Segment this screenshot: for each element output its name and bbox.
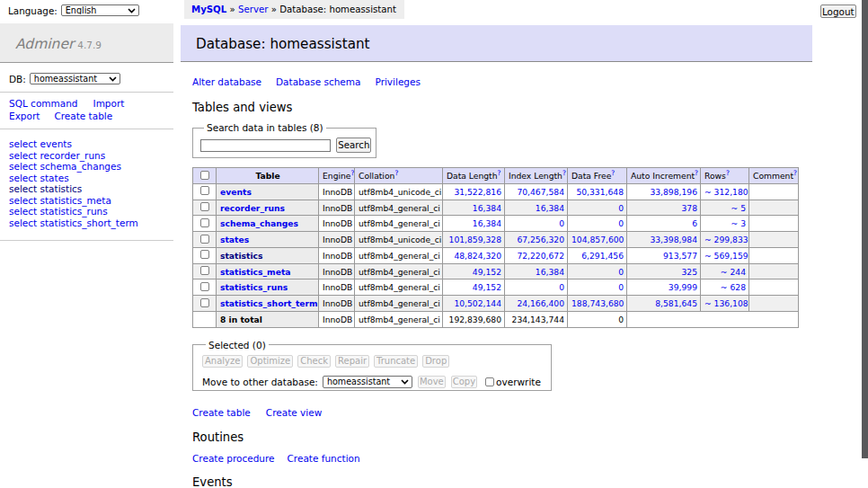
- data-free-link[interactable]: 50,331,648: [576, 187, 624, 197]
- table-name-link[interactable]: recorder_runs: [220, 203, 285, 213]
- scrollbar[interactable]: [862, 0, 868, 488]
- data-free-link[interactable]: 0: [618, 282, 624, 292]
- sidebar-table-link[interactable]: select statistics_runs: [9, 206, 165, 217]
- data-length-link[interactable]: 16,384: [473, 218, 501, 228]
- row-checkbox[interactable]: [200, 298, 209, 307]
- collation-help-link[interactable]: ?: [394, 169, 398, 177]
- breadcrumb-link-mysql[interactable]: MySQL: [191, 4, 226, 14]
- search-input[interactable]: [200, 139, 331, 152]
- data-length-link[interactable]: 48,824,320: [454, 251, 501, 261]
- index-length-link[interactable]: 0: [559, 282, 564, 292]
- alter-database-link[interactable]: Alter database: [192, 76, 261, 87]
- data-free-link[interactable]: 0: [618, 218, 624, 228]
- row-checkbox[interactable]: [200, 250, 209, 259]
- app-version[interactable]: 4.7.9: [77, 40, 102, 50]
- row-checkbox[interactable]: [200, 186, 209, 195]
- index-length-link[interactable]: 67,256,320: [517, 235, 564, 244]
- engine-help-link[interactable]: ?: [351, 169, 355, 177]
- row-checkbox[interactable]: [200, 282, 209, 291]
- rows-link[interactable]: ~ 569,159: [704, 251, 748, 261]
- data-length-link[interactable]: 101,859,328: [449, 235, 501, 244]
- rows-link[interactable]: ~ 136,108: [704, 298, 748, 308]
- data-free-help-link[interactable]: ?: [611, 169, 615, 177]
- table-name-link[interactable]: statistics_meta: [220, 267, 291, 277]
- auto-increment-link[interactable]: 8,581,645: [655, 298, 697, 308]
- auto-increment-link[interactable]: 325: [681, 267, 697, 277]
- comment-help-link[interactable]: ?: [793, 169, 797, 177]
- privileges-link[interactable]: Privileges: [375, 76, 421, 87]
- truncate-button[interactable]: Truncate: [374, 355, 418, 368]
- auto-increment-link[interactable]: 33,398,984: [650, 235, 697, 244]
- row-checkbox[interactable]: [200, 235, 209, 244]
- data-length-link[interactable]: 49,152: [473, 267, 501, 277]
- table-name-link[interactable]: statistics_runs: [220, 282, 288, 292]
- auto-increment-link[interactable]: 33,898,196: [650, 187, 697, 197]
- sidebar-table-link[interactable]: select schema_changes: [9, 161, 165, 173]
- sidebar-link-export[interactable]: Export: [9, 111, 40, 121]
- table-name-link[interactable]: events: [220, 187, 252, 197]
- rows-link[interactable]: ~ 3: [731, 218, 746, 228]
- optimize-button[interactable]: Optimize: [247, 355, 293, 368]
- drop-button[interactable]: Drop: [422, 355, 449, 368]
- index-length-link[interactable]: 0: [559, 218, 564, 228]
- sidebar-link-create-table[interactable]: Create table: [54, 111, 112, 121]
- rows-link[interactable]: ~ 312,180: [704, 187, 748, 197]
- rows-link[interactable]: ~ 299,833: [704, 235, 748, 244]
- database-schema-link[interactable]: Database schema: [276, 76, 360, 87]
- data-free-link[interactable]: 104,857,600: [571, 235, 624, 244]
- create-view-link[interactable]: Create view: [266, 407, 322, 418]
- index-length-help-link[interactable]: ?: [562, 169, 566, 177]
- index-length-link[interactable]: 70,467,584: [517, 187, 564, 197]
- overwrite-checkbox[interactable]: [485, 377, 494, 386]
- breadcrumb-link-server[interactable]: Server: [238, 4, 268, 14]
- create-table-link[interactable]: Create table: [192, 407, 251, 418]
- auto-increment-link[interactable]: 378: [681, 203, 697, 213]
- move-database-select[interactable]: homeassistant: [323, 376, 412, 388]
- scrollbar-thumb[interactable]: [862, 0, 868, 458]
- move-button[interactable]: Move: [418, 376, 446, 388]
- index-length-link[interactable]: 16,384: [536, 203, 564, 213]
- search-button[interactable]: Search: [336, 138, 371, 153]
- table-name-link[interactable]: schema_changes: [220, 218, 298, 228]
- logout-button[interactable]: Logout: [820, 4, 856, 18]
- sidebar-table-link[interactable]: select statistics: [9, 183, 165, 195]
- sidebar-table-link[interactable]: select recorder_runs: [9, 150, 165, 162]
- create-procedure-link[interactable]: Create procedure: [192, 453, 275, 464]
- sidebar-table-link[interactable]: select statistics_meta: [9, 195, 165, 207]
- rows-link[interactable]: ~ 5: [731, 203, 746, 213]
- data-length-link[interactable]: 10,502,144: [454, 298, 501, 308]
- index-length-link[interactable]: 72,220,672: [517, 251, 564, 261]
- repair-button[interactable]: Repair: [335, 355, 369, 368]
- sidebar-link-sql-command[interactable]: SQL command: [9, 98, 78, 109]
- data-free-link[interactable]: 0: [618, 203, 624, 213]
- sidebar-table-link[interactable]: select statistics_short_term: [9, 217, 165, 229]
- data-length-help-link[interactable]: ?: [498, 169, 501, 177]
- data-free-link[interactable]: 0: [618, 267, 624, 277]
- sidebar-table-link[interactable]: select states: [9, 173, 165, 184]
- table-name-link[interactable]: statistics: [220, 251, 263, 261]
- row-checkbox[interactable]: [200, 266, 209, 275]
- create-function-link[interactable]: Create function: [288, 453, 360, 464]
- language-select[interactable]: English: [61, 4, 139, 16]
- auto-increment-link[interactable]: 39,999: [669, 282, 697, 292]
- table-name-link[interactable]: states: [220, 235, 249, 244]
- auto-increment-help-link[interactable]: ?: [695, 169, 698, 177]
- rows-link[interactable]: ~ 628: [721, 282, 746, 292]
- db-select[interactable]: homeassistant: [30, 73, 120, 84]
- data-length-link[interactable]: 31,522,816: [454, 187, 501, 197]
- app-name[interactable]: Adminer: [15, 36, 74, 52]
- rows-help-link[interactable]: ?: [726, 169, 730, 177]
- index-length-link[interactable]: 16,384: [536, 267, 564, 277]
- auto-increment-link[interactable]: 6: [692, 218, 697, 228]
- select-all-checkbox[interactable]: [200, 171, 209, 180]
- row-checkbox[interactable]: [200, 218, 209, 227]
- check-button[interactable]: Check: [297, 355, 331, 368]
- index-length-link[interactable]: 24,166,400: [517, 298, 564, 308]
- row-checkbox[interactable]: [200, 202, 209, 211]
- table-name-link[interactable]: statistics_short_term: [220, 298, 318, 308]
- copy-button[interactable]: Copy: [451, 376, 477, 388]
- sidebar-link-import[interactable]: Import: [93, 98, 125, 109]
- auto-increment-link[interactable]: 913,577: [663, 251, 697, 261]
- sidebar-table-link[interactable]: select events: [9, 138, 165, 150]
- data-length-link[interactable]: 16,384: [473, 203, 501, 213]
